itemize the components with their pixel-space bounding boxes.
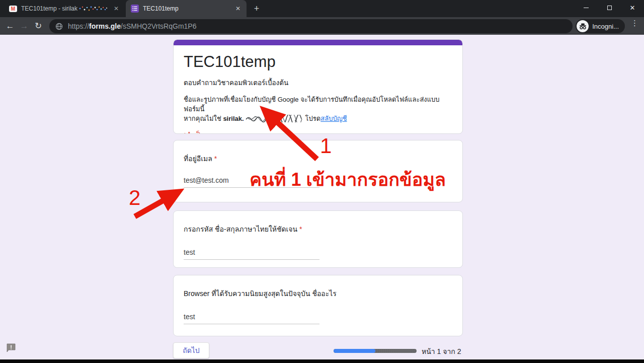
form-page: TEC101temp ตอบคำถามวิชาคอมพิวเตอร์เบื้อง… xyxy=(0,35,644,359)
browser-answer-input[interactable]: test xyxy=(184,313,319,324)
question-card-email: ที่อยู่อีเมล* test@test.com xyxy=(173,140,463,202)
tab-title: TEC101temp - sirilak xyxy=(21,5,77,12)
window-controls: ✕ xyxy=(575,0,644,15)
question-label-text: กรอกรหัส ชื่อ-สกุลภาษาไทยให้ชัดเจน xyxy=(184,225,297,233)
required-asterisk: * xyxy=(214,155,217,163)
tab-forms[interactable]: TEC101temp ✕ xyxy=(126,0,247,17)
bottom-black-strip xyxy=(0,359,644,363)
reload-icon[interactable]: ↻ xyxy=(31,21,45,31)
theme-color-bar xyxy=(174,40,462,45)
account-note: ชื่อและรูปภาพที่เชื่อมโยงกับบัญชี Google… xyxy=(184,95,450,123)
browser-menu-icon[interactable]: ⋮ xyxy=(631,22,638,25)
question-label: Browser ที่ได้รับความนิยมสูงสุดในปัจจุบั… xyxy=(184,288,450,299)
question-label-text: Browser ที่ได้รับความนิยมสูงสุดในปัจจุบั… xyxy=(184,289,337,298)
name-input[interactable]: test xyxy=(184,248,319,260)
tab-gmail[interactable]: M TEC101temp - sirilak ✕ xyxy=(4,0,125,17)
annotation-number-2: 2 xyxy=(129,187,140,208)
question-card-browser: Browser ที่ได้รับความนิยมสูงสุดในปัจจุบั… xyxy=(173,275,463,336)
forward-icon: → xyxy=(17,21,31,31)
question-label: กรอกรหัส ชื่อ-สกุลภาษาไทยให้ชัดเจน* xyxy=(184,224,450,235)
question-label-text: ที่อยู่อีเมล xyxy=(184,155,212,163)
censored-email-scribble xyxy=(245,115,304,122)
email-input[interactable]: test@test.com xyxy=(184,176,319,188)
close-window-button[interactable]: ✕ xyxy=(621,0,644,15)
account-note-line2: หากคุณไม่ใช่ xyxy=(184,115,223,122)
form-header-card: TEC101temp ตอบคำถามวิชาคอมพิวเตอร์เบื้อง… xyxy=(173,39,463,134)
incognito-label: Incogni... xyxy=(592,23,619,30)
account-note-line1: ชื่อและรูปภาพที่เชื่อมโยงกับบัญชี Google… xyxy=(184,96,440,113)
progress-bar xyxy=(334,349,417,353)
account-name: sirilak. xyxy=(223,115,244,122)
forms-icon xyxy=(131,5,139,13)
incognito-badge[interactable]: Incogni... xyxy=(576,19,625,33)
progress-fill xyxy=(334,349,375,353)
url-domain: forms.gle xyxy=(89,22,121,30)
restore-button[interactable] xyxy=(598,0,621,15)
question-label: ที่อยู่อีเมล* xyxy=(184,153,450,164)
next-button[interactable]: ถัดไป xyxy=(173,342,209,358)
required-asterisk: * xyxy=(299,225,302,233)
report-abuse-icon[interactable] xyxy=(6,343,16,353)
url-path: /sSMHQ2VrtsRqGm1P6 xyxy=(121,22,196,30)
page-indicator: หน้า 1 จาก 2 xyxy=(422,346,461,357)
new-tab-button[interactable]: + xyxy=(251,3,263,15)
question-card-name: กรอกรหัส ชื่อ-สกุลภาษาไทยให้ชัดเจน* test xyxy=(173,210,463,268)
censored-scribble xyxy=(78,5,108,12)
close-tab-icon[interactable]: ✕ xyxy=(113,5,120,12)
back-icon[interactable]: ← xyxy=(3,21,17,31)
incognito-icon xyxy=(577,20,589,32)
browser-toolbar: ← → ↻ https://forms.gle/sSMHQ2VrtsRqGm1P… xyxy=(0,17,644,35)
switch-account-link[interactable]: สลับบัญชี xyxy=(320,115,347,122)
url-scheme: https:// xyxy=(68,22,89,30)
gmail-icon: M xyxy=(9,6,17,12)
tab-strip: M TEC101temp - sirilak ✕ TEC101temp ✕ xyxy=(0,0,644,17)
form-title: TEC101temp xyxy=(184,53,450,71)
address-bar[interactable]: https://forms.gle/sSMHQ2VrtsRqGm1P6 xyxy=(49,19,573,33)
form-subtitle: ตอบคำถามวิชาคอมพิวเตอร์เบื้องต้น xyxy=(184,77,450,88)
globe-icon xyxy=(55,23,63,30)
annotation-arrow-2 xyxy=(135,198,167,216)
form-footer: ถัดไป หน้า 1 จาก 2 xyxy=(173,342,463,359)
tab-title: TEC101temp xyxy=(143,5,179,12)
url-text: https://forms.gle/sSMHQ2VrtsRqGm1P6 xyxy=(68,22,196,30)
required-note: *จำเป็น xyxy=(184,130,450,134)
minimize-button[interactable] xyxy=(575,0,598,15)
account-note-line2b: โปรด xyxy=(305,115,321,122)
close-tab-icon[interactable]: ✕ xyxy=(234,5,242,12)
